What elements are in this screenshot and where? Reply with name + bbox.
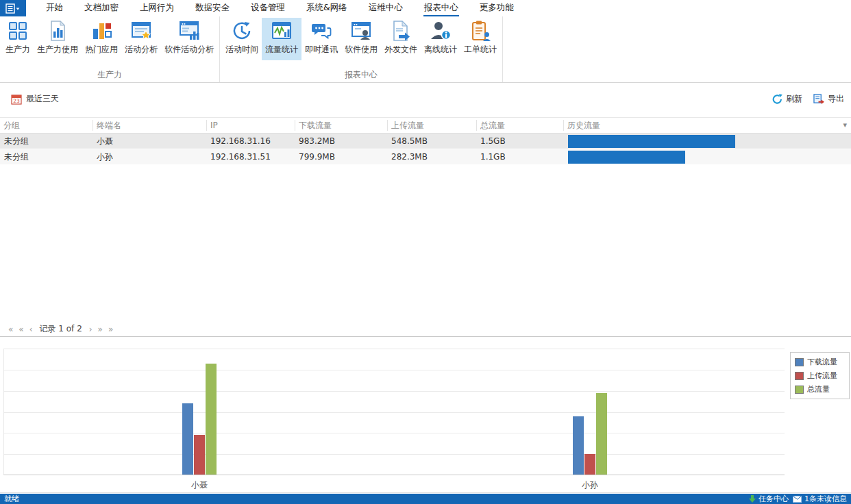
pagination-prev-page-button[interactable]: « bbox=[16, 325, 26, 334]
cell-ip: 192.168.31.51 bbox=[206, 149, 295, 164]
history-clock-icon bbox=[231, 20, 253, 42]
chart-bar bbox=[573, 416, 584, 475]
pagination-record-label: 记录 1 of 2 bbox=[36, 323, 86, 335]
status-ready-label: 就绪 bbox=[4, 494, 19, 504]
unread-messages-button[interactable]: 1条未读信息 bbox=[793, 494, 847, 504]
chart-category-label: 小聂 bbox=[172, 479, 227, 491]
chart-bar bbox=[194, 435, 205, 475]
column-header-history[interactable]: 历史流量 bbox=[563, 120, 837, 131]
history-traffic-bar bbox=[568, 135, 735, 148]
column-options-dropdown-icon[interactable]: ▾ bbox=[843, 121, 847, 129]
pagination-next-page-button[interactable]: » bbox=[95, 325, 106, 334]
ribbon-item-productivity[interactable]: 生产力 bbox=[2, 18, 34, 60]
ribbon-item-label: 活动分析 bbox=[125, 44, 158, 55]
chart-gridline bbox=[4, 454, 785, 455]
chat-icon bbox=[310, 20, 332, 42]
legend-label: 上传流量 bbox=[807, 370, 837, 381]
pagination-first-button[interactable]: « bbox=[5, 325, 16, 334]
task-center-label: 任务中心 bbox=[758, 494, 789, 504]
export-button[interactable]: 导出 bbox=[813, 93, 844, 105]
menu-tab-start[interactable]: 开始 bbox=[45, 1, 64, 16]
ribbon-item-label: 流量统计 bbox=[265, 44, 298, 55]
ribbon-item-hot-apps[interactable]: 热门应用 bbox=[82, 18, 121, 60]
ribbon-item-software-activity-analysis[interactable]: 软件活动分析 bbox=[161, 18, 217, 60]
refresh-button[interactable]: 刷新 bbox=[772, 93, 802, 105]
svg-text:23: 23 bbox=[13, 98, 20, 104]
cell-group: 未分组 bbox=[0, 149, 92, 164]
pagination-last-button[interactable]: » bbox=[106, 325, 116, 334]
chart-gridline bbox=[4, 349, 785, 349]
ribbon-item-instant-messaging[interactable]: 即时通讯 bbox=[301, 18, 341, 60]
traffic-table: 分组 终端名 IP 下载流量 上传流量 总流量 历史流量 ▾ 未分组 小聂 19… bbox=[0, 117, 851, 165]
table-row[interactable]: 未分组 小聂 192.168.31.16 983.2MB 548.5MB 1.5… bbox=[0, 134, 851, 149]
chart-legend: 下载流量 上传流量 总流量 bbox=[790, 352, 850, 399]
menu-tab-document-encryption[interactable]: 文档加密 bbox=[83, 1, 120, 16]
window-chart-icon bbox=[178, 20, 200, 42]
ribbon-item-label: 软件活动分析 bbox=[164, 44, 214, 55]
ribbon-item-productivity-usage[interactable]: 生产力使用 bbox=[34, 18, 82, 60]
task-center-button[interactable]: 任务中心 bbox=[749, 494, 789, 504]
ribbon-item-traffic-stats[interactable]: 流量统计 bbox=[262, 18, 301, 60]
chart-gridline bbox=[4, 370, 785, 370]
ribbon-item-label: 软件使用 bbox=[345, 44, 378, 55]
export-label: 导出 bbox=[828, 93, 844, 105]
menu-tab-data-security[interactable]: 数据安全 bbox=[194, 1, 231, 16]
traffic-chart-icon bbox=[271, 20, 293, 42]
ribbon-item-outgoing-files[interactable]: 外发文件 bbox=[381, 18, 421, 60]
table-row[interactable]: 未分组 小孙 192.168.31.51 799.9MB 282.3MB 1.1… bbox=[0, 149, 851, 165]
cell-upload: 282.3MB bbox=[387, 149, 476, 164]
doc-chart-icon bbox=[47, 20, 69, 42]
column-header-group[interactable]: 分组 bbox=[0, 120, 92, 131]
pagination-prev-button[interactable]: ‹ bbox=[27, 325, 36, 334]
window-star-icon bbox=[130, 20, 152, 42]
ribbon-group-report-center: 活动时间 流量统计 bbox=[220, 16, 503, 82]
envelope-icon bbox=[793, 496, 802, 503]
clipboard-user-icon bbox=[469, 20, 491, 42]
chart-bar bbox=[584, 454, 595, 475]
cell-terminal: 小孙 bbox=[92, 149, 206, 164]
menu-tab-report-center[interactable]: 报表中心 bbox=[423, 1, 460, 16]
legend-swatch-upload bbox=[795, 372, 804, 380]
ribbon-item-label: 生产力使用 bbox=[37, 44, 78, 55]
column-header-terminal[interactable]: 终端名 bbox=[92, 120, 206, 131]
doc-send-icon bbox=[390, 20, 412, 42]
ribbon-item-offline-stats[interactable]: 离线统计 bbox=[421, 18, 460, 60]
colored-bars-icon bbox=[90, 20, 112, 42]
column-header-ip[interactable]: IP bbox=[206, 120, 295, 131]
ribbon-item-software-usage[interactable]: 软件使用 bbox=[341, 18, 381, 60]
ribbon-item-activity-analysis[interactable]: 活动分析 bbox=[121, 18, 161, 60]
ribbon-item-label: 工单统计 bbox=[464, 44, 497, 55]
legend-entry-total: 总流量 bbox=[795, 384, 845, 394]
cell-total: 1.5GB bbox=[476, 134, 563, 149]
cell-upload: 548.5MB bbox=[387, 134, 476, 149]
menu-tab-internet-behavior[interactable]: 上网行为 bbox=[138, 1, 175, 16]
column-header-download[interactable]: 下载流量 bbox=[295, 120, 387, 131]
date-range-label: 最近三天 bbox=[26, 93, 59, 105]
chart-gridline bbox=[4, 433, 785, 433]
table-header: 分组 终端名 IP 下载流量 上传流量 总流量 历史流量 ▾ bbox=[0, 117, 851, 134]
ribbon-item-work-order-stats[interactable]: 工单统计 bbox=[460, 18, 500, 60]
window-user-icon bbox=[350, 20, 372, 42]
cell-terminal: 小聂 bbox=[92, 134, 206, 149]
legend-swatch-total bbox=[795, 386, 804, 394]
pagination-next-button[interactable]: › bbox=[86, 325, 95, 334]
menu-tab-system-network[interactable]: 系统&网络 bbox=[305, 1, 349, 16]
ribbon-item-label: 热门应用 bbox=[85, 44, 118, 55]
cell-ip: 192.168.31.16 bbox=[206, 134, 295, 149]
menu-tab-more-features[interactable]: 更多功能 bbox=[478, 1, 515, 16]
menu-bar: 开始 文档加密 上网行为 数据安全 设备管理 系统&网络 运维中心 报表中心 更… bbox=[0, 0, 851, 16]
chart-plot-area: 小聂小孙 bbox=[3, 349, 785, 475]
chart-category-label: 小孙 bbox=[563, 479, 617, 491]
refresh-label: 刷新 bbox=[786, 93, 802, 105]
column-header-total[interactable]: 总流量 bbox=[476, 120, 563, 131]
chart-bar bbox=[182, 403, 193, 475]
traffic-bar-chart: 小聂小孙 下载流量 上传流量 总流量 bbox=[0, 337, 851, 493]
column-header-upload[interactable]: 上传流量 bbox=[387, 120, 476, 131]
chart-gridline bbox=[4, 412, 785, 413]
menu-tab-ops-center[interactable]: 运维中心 bbox=[367, 1, 404, 16]
ribbon-group-label-productivity: 生产力 bbox=[2, 69, 217, 81]
app-menu-button[interactable] bbox=[0, 0, 26, 16]
ribbon-item-activity-time[interactable]: 活动时间 bbox=[222, 18, 262, 60]
date-range-filter[interactable]: 23 最近三天 bbox=[11, 93, 59, 105]
menu-tab-device-management[interactable]: 设备管理 bbox=[249, 1, 286, 16]
